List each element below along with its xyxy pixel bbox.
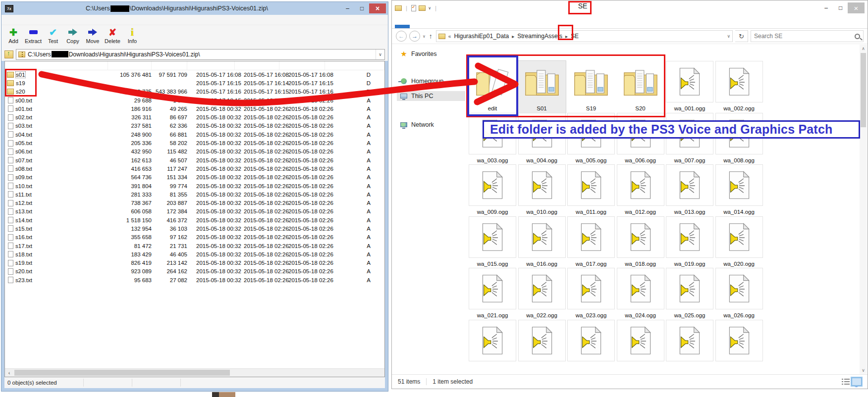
file-tile[interactable] — [666, 320, 713, 372]
file-tile[interactable]: wa_017.ogg — [567, 216, 615, 268]
file-tile[interactable]: wa_013.ogg — [666, 164, 713, 216]
toolbar-button[interactable]: Extract — [23, 26, 43, 44]
thumbnails-view-button[interactable] — [852, 378, 862, 386]
table-row[interactable]: s08.txt 416 653 117 247 2015-05-18 00:32… — [5, 164, 384, 173]
sidebar-item[interactable]: ★ Favorites — [397, 49, 439, 59]
up-level-icon[interactable] — [4, 50, 13, 58]
properties-icon[interactable] — [411, 5, 416, 11]
toolbar-button[interactable]: ✘ Delete — [103, 26, 122, 44]
file-tile[interactable] — [617, 320, 664, 372]
file-tile[interactable]: S20 — [617, 61, 664, 113]
table-row[interactable]: s09.txt 564 736 151 334 2015-05-18 00:32… — [5, 173, 384, 182]
address-dropdown-arrow[interactable]: ∨ — [376, 50, 384, 59]
column-header[interactable] — [152, 61, 187, 70]
file-tile[interactable]: wa_019.ogg — [666, 216, 713, 268]
search-box[interactable] — [751, 30, 864, 42]
minimize-button[interactable]: – — [340, 3, 355, 13]
new-folder-icon[interactable] — [419, 5, 426, 11]
file-tile[interactable]: wa_016.ogg — [518, 216, 566, 268]
scroll-up-arrow-icon[interactable]: ∧ — [860, 45, 867, 52]
table-row[interactable]: s10.txt 391 804 99 774 2015-05-18 00:32 … — [5, 182, 384, 190]
table-row[interactable]: s02.txt 326 311 86 697 2015-05-18 00:32 … — [5, 113, 384, 121]
column-header[interactable] — [325, 61, 384, 70]
table-row[interactable]: s19 2015-05-17 16:15 2015-05-17 16:14 20… — [5, 79, 384, 87]
file-tile[interactable]: wa_014.ogg — [715, 164, 763, 216]
table-row[interactable]: s19.txt 826 419 213 142 2015-05-18 00:32… — [5, 259, 384, 267]
file-tile[interactable]: wa_020.ogg — [715, 216, 763, 268]
ribbon-tab[interactable] — [439, 25, 454, 28]
ribbon-tab[interactable] — [410, 25, 425, 28]
table-row[interactable]: s20 580 093 725 543 383 966 2015-05-17 1… — [5, 88, 384, 96]
file-tile[interactable]: wa_023.ogg — [567, 268, 615, 320]
table-row[interactable]: s15.txt 132 954 36 103 2015-05-18 00:32 … — [5, 224, 384, 233]
back-button[interactable]: ← — [396, 31, 407, 42]
table-row[interactable]: s11.txt 281 333 81 355 2015-05-18 00:32 … — [5, 190, 384, 198]
file-tile[interactable]: wa_009.ogg — [469, 164, 516, 216]
maximize-button[interactable]: □ — [355, 3, 369, 13]
maximize-button[interactable]: □ — [833, 2, 848, 13]
scrollbar-thumb[interactable] — [14, 370, 230, 376]
file-tile[interactable] — [715, 320, 763, 372]
file-tile[interactable]: wa_015.ogg — [469, 216, 516, 268]
address-dropdown-chevron-icon[interactable]: ∨ — [727, 34, 730, 39]
history-chevron-icon[interactable]: ∨ — [423, 34, 426, 39]
vertical-scrollbar[interactable]: ∧ ∨ — [860, 45, 867, 374]
table-row[interactable]: s13.txt 606 058 172 384 2015-05-18 00:32… — [5, 207, 384, 216]
file-tile[interactable]: wa_002.ogg — [715, 61, 763, 113]
ribbon-tab[interactable] — [425, 25, 439, 28]
table-row[interactable]: s04.txt 248 900 66 881 2015-05-18 00:32 … — [5, 130, 384, 139]
sidebar-item[interactable]: Homegroup — [397, 76, 446, 86]
table-row[interactable]: s18.txt 183 429 46 405 2015-05-18 00:32 … — [5, 250, 384, 258]
file-tile[interactable] — [518, 320, 566, 372]
file-tile[interactable]: S01 — [518, 61, 566, 113]
toolbar-button[interactable]: Move — [83, 26, 103, 44]
file-tile[interactable]: wa_006.ogg — [617, 113, 664, 165]
qat-customize-chevron-icon[interactable]: ∨ — [428, 6, 431, 10]
table-row[interactable]: s12.txt 738 367 203 887 2015-05-18 00:32… — [5, 198, 384, 207]
ribbon-tab[interactable] — [395, 25, 410, 28]
file-tile[interactable]: wa_004.ogg — [518, 113, 566, 165]
scroll-left-arrow-icon[interactable]: ‹ — [5, 369, 13, 377]
toolbar-button[interactable]: i Info — [122, 26, 142, 44]
scrollbar-thumb[interactable] — [861, 53, 866, 127]
file-tile[interactable] — [567, 320, 615, 372]
table-row[interactable]: s06.txt 432 950 115 482 2015-05-18 00:32… — [5, 148, 384, 156]
file-tile[interactable]: wa_011.ogg — [567, 164, 615, 216]
file-tile[interactable]: wa_024.ogg — [617, 268, 664, 320]
address-combobox[interactable]: C:\UsersDownloads\Higurashi\HigurashiPS3… — [16, 49, 385, 60]
refresh-button[interactable]: ↻ — [735, 30, 748, 42]
close-button[interactable]: × — [369, 3, 386, 13]
file-tile[interactable]: wa_008.ogg — [715, 113, 763, 165]
file-tile[interactable]: wa_007.ogg — [666, 113, 713, 165]
file-tile[interactable]: wa_001.ogg — [666, 61, 713, 113]
table-row[interactable]: s23.txt 95 683 27 082 2015-05-18 00:32 2… — [5, 276, 384, 284]
forward-button[interactable]: → — [409, 31, 420, 42]
minimize-button[interactable]: – — [819, 2, 833, 13]
file-tile[interactable]: wa_025.ogg — [666, 268, 713, 320]
table-row[interactable]: s00.txt 29 688 1 561 2015-05-17 18:15 20… — [5, 96, 384, 104]
toolbar-button[interactable]: ✚ Add — [3, 26, 23, 44]
scroll-down-arrow-icon[interactable]: ∨ — [860, 366, 867, 374]
file-tile[interactable]: edit — [469, 61, 516, 113]
file-tile[interactable]: wa_012.ogg — [617, 164, 664, 216]
breadcrumb-item[interactable]: « HigurashiEp01_Data — [448, 33, 509, 40]
table-row[interactable]: s16.txt 355 658 97 162 2015-05-18 00:32 … — [5, 233, 384, 242]
table-row[interactable]: s03.txt 237 581 62 336 2015-05-18 00:32 … — [5, 122, 384, 130]
details-view-button[interactable] — [842, 379, 850, 385]
horizontal-scrollbar[interactable]: ‹ — [5, 368, 384, 377]
sidebar-item[interactable]: This PC — [397, 91, 465, 101]
breadcrumb-item[interactable]: ▸ SE — [565, 33, 579, 40]
file-tile[interactable]: wa_022.ogg — [518, 268, 566, 320]
table-row[interactable]: s05.txt 205 336 58 202 2015-05-18 00:32 … — [5, 139, 384, 147]
table-row[interactable]: s20.txt 923 089 264 162 2015-05-18 00:32… — [5, 267, 384, 276]
column-header[interactable] — [108, 61, 152, 70]
file-tile[interactable]: wa_018.ogg — [617, 216, 664, 268]
file-tile[interactable]: wa_026.ogg — [715, 268, 763, 320]
column-header[interactable] — [5, 61, 108, 70]
column-header[interactable] — [235, 61, 279, 70]
breadcrumb-label[interactable]: HigurashiEp01_Data — [454, 33, 509, 40]
file-tile[interactable]: wa_010.ogg — [518, 164, 566, 216]
toolbar-button[interactable]: Copy — [63, 26, 83, 44]
table-row[interactable]: s01 105 376 481 97 591 709 2015-05-17 16… — [5, 70, 384, 79]
close-button[interactable]: × — [848, 2, 865, 13]
